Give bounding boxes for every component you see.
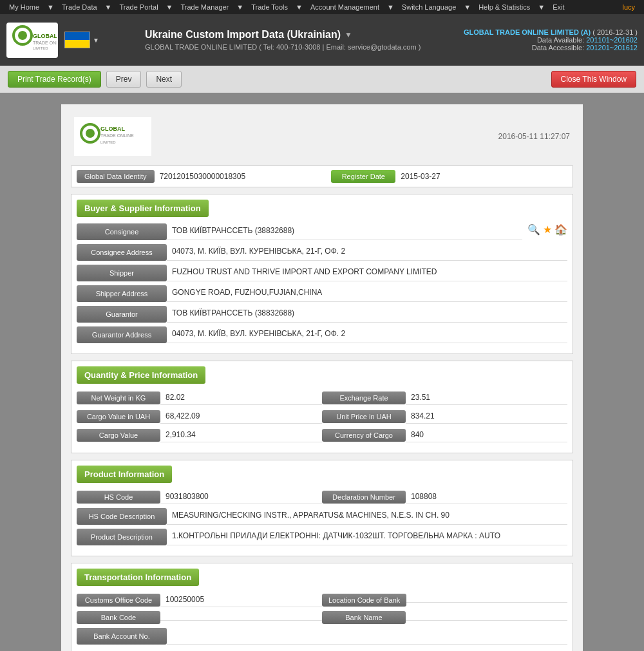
guarantor-address-label: Guarantor Address	[77, 326, 167, 343]
hs-code-label: HS Code	[77, 491, 160, 504]
flag-area: ▼	[64, 32, 99, 48]
qp-row-2: Cargo Value 2,910.34 Currency of Cargo 8…	[77, 428, 567, 442]
global-id-row: Global Data Identity 7201201503000001830…	[71, 165, 573, 187]
nav-account-management[interactable]: Account Management	[307, 3, 383, 11]
flag-dropdown[interactable]: ▼	[93, 37, 99, 44]
nav-arrow-2: ▼	[162, 3, 177, 11]
consignee-icons: 🔍 ★ 🏠	[527, 223, 567, 236]
transport-left-0: Customs Office Code 100250005	[77, 592, 322, 607]
qp-left-2: Cargo Value 2,910.34	[77, 428, 322, 442]
consignee-label: Consignee	[77, 223, 167, 240]
nav-trade-tools[interactable]: Trade Tools	[247, 3, 292, 11]
buyer-supplier-section: Buyer & Supplier Information Consignee Т…	[71, 194, 573, 354]
product-row-0: HS Code 9031803800 Declaration Number 10…	[77, 489, 567, 504]
consignee-address-value: 04073, М. КИЇВ, ВУЛ. КУРЕНІВСЬКА, 21-Г, …	[167, 244, 567, 261]
user-display: lucy	[618, 3, 639, 11]
bank-account-label: Bank Account No.	[77, 628, 167, 645]
nav-exit[interactable]: Exit	[549, 3, 568, 11]
search-icon[interactable]: 🔍	[527, 223, 540, 236]
data-accessible-value: 201201~201612	[586, 44, 638, 52]
qp-left-1: Cargo Value in UAH 68,422.09	[77, 409, 322, 424]
global-id-value: 72012015030000018305	[160, 172, 327, 181]
hs-code-desc-label: HS Code Description	[77, 508, 167, 525]
guarantor-address-row: Guarantor Address 04073, М. КИЇВ, ВУЛ. К…	[77, 326, 567, 343]
next-button-top[interactable]: Next	[146, 71, 182, 88]
svg-text:GLOBAL: GLOBAL	[100, 126, 125, 132]
nav-arrow-1: ▼	[101, 3, 116, 11]
net-weight-value: 82.02	[160, 390, 322, 405]
shipper-label: Shipper	[77, 265, 167, 281]
nav-help-statistics[interactable]: Help & Statistics	[475, 3, 534, 11]
transport-row-1: Bank Code Bank Name	[77, 611, 567, 624]
register-date-value: 2015-03-27	[401, 172, 567, 181]
print-button-top[interactable]: Print Trade Record(s)	[8, 71, 101, 88]
global-id-label: Global Data Identity	[77, 170, 155, 183]
star-icon[interactable]: ★	[543, 223, 552, 236]
transport-right-1: Bank Name	[322, 611, 567, 624]
product-desc-row: Product Description 1.КОНТРОЛЬНІ ПРИЛАДИ…	[77, 529, 567, 545]
svg-text:LIMITED: LIMITED	[33, 46, 48, 50]
qp-row-1: Cargo Value in UAH 68,422.09 Unit Price …	[77, 409, 567, 424]
cargo-value-uah-label: Cargo Value in UAH	[77, 410, 160, 423]
nav-arrow-3: ▼	[232, 3, 247, 11]
shipper-address-value: GONGYE ROAD, FUZHOU,FUJIAN,CHINA	[167, 285, 567, 302]
bank-name-value	[406, 615, 567, 621]
hs-code-desc-value: MEASURING/CHECKING INSTR., APPARATUS& MA…	[167, 508, 567, 525]
home-icon[interactable]: 🏠	[554, 223, 567, 236]
currency-cargo-label: Currency of Cargo	[322, 429, 406, 442]
main-document: GLOBAL TRADE ONLINE LIMITED 2016-05-11 1…	[61, 104, 583, 651]
register-date-label: Register Date	[331, 170, 395, 183]
hs-code-desc-row: HS Code Description MEASURING/CHECKING I…	[77, 508, 567, 525]
transportation-section: Transportation Information Customs Offic…	[71, 563, 573, 651]
title-dropdown-arrow[interactable]: ▼	[345, 30, 352, 39]
nav-switch-language[interactable]: Switch Language	[398, 3, 460, 11]
nav-my-home[interactable]: My Home	[5, 3, 43, 11]
svg-point-6	[86, 129, 95, 138]
location-code-bank-label: Location Code of Bank	[322, 594, 406, 607]
unit-price-uah-label: Unit Price in UAH	[322, 410, 406, 423]
data-available-label: Data Available:	[537, 36, 584, 44]
consignee-address-label: Consignee Address	[77, 244, 167, 261]
svg-text:GLOBAL: GLOBAL	[33, 33, 57, 39]
transport-left-1: Bank Code	[77, 611, 322, 624]
net-weight-label: Net Weight in KG	[77, 392, 160, 404]
close-button-top[interactable]: Close This Window	[551, 71, 636, 88]
data-accessible-label: Data Accessible:	[532, 44, 584, 52]
svg-text:TRADE ONLINE: TRADE ONLINE	[33, 41, 57, 45]
guarantor-row: Guarantor ТОВ КИЇВТРАНССЕТЬ (38832688)	[77, 306, 567, 323]
transport-row-0: Customs Office Code 100250005 Location C…	[77, 592, 567, 607]
nav-arrow-7: ▼	[534, 3, 549, 11]
shipper-address-label: Shipper Address	[77, 285, 167, 302]
document-header: GLOBAL TRADE ONLINE LIMITED 2016-05-11 1…	[71, 114, 573, 159]
data-available-value: 201101~201602	[586, 36, 638, 44]
prev-button-top[interactable]: Prev	[106, 71, 142, 88]
transportation-body: Customs Office Code 100250005 Location C…	[71, 590, 573, 651]
page-subtitle: GLOBAL TRADE ONLINE LIMITED ( Tel: 400-7…	[145, 43, 454, 51]
nav-trade-portal[interactable]: Trade Portal	[115, 3, 162, 11]
consignee-row: Consignee ТОВ КИЇВТРАНССЕТЬ (38832688) 🔍…	[77, 223, 567, 240]
doc-logo: GLOBAL TRADE ONLINE LIMITED	[74, 117, 151, 156]
header-bar: GLOBAL TRADE ONLINE LIMITED ▼ Ukraine Cu…	[0, 14, 644, 66]
cargo-value-uah-value: 68,422.09	[160, 409, 322, 424]
hs-code-value: 9031803800	[160, 489, 322, 504]
bank-name-label: Bank Name	[322, 611, 406, 624]
product-title: Product Information	[77, 466, 172, 483]
nav-trade-manager[interactable]: Trade Manager	[176, 3, 232, 11]
account-date: ( 2016-12-31 )	[592, 28, 638, 36]
account-company: GLOBAL TRADE ONLINE LIMITED (A)	[464, 28, 591, 36]
top-navigation: My Home▼ Trade Data▼ Trade Portal▼ Trade…	[0, 0, 644, 14]
cargo-value-value: 2,910.34	[160, 428, 322, 442]
bank-code-label: Bank Code	[77, 611, 160, 624]
bank-account-row: Bank Account No.	[77, 628, 567, 645]
nav-trade-data[interactable]: Trade Data	[58, 3, 101, 11]
consignee-address-row: Consignee Address 04073, М. КИЇВ, ВУЛ. К…	[77, 244, 567, 261]
page-title: Ukraine Custom Import Data (Ukrainian)	[145, 29, 341, 41]
svg-text:TRADE ONLINE: TRADE ONLINE	[100, 133, 134, 138]
currency-cargo-value: 840	[406, 428, 567, 442]
nav-arrow-0: ▼	[43, 3, 58, 11]
transport-right-0: Location Code of Bank	[322, 592, 567, 607]
ukraine-flag	[64, 32, 90, 48]
svg-point-1	[18, 31, 27, 40]
quantity-price-section: Quantity & Price Information Net Weight …	[71, 361, 573, 453]
quantity-price-title: Quantity & Price Information	[77, 366, 205, 384]
